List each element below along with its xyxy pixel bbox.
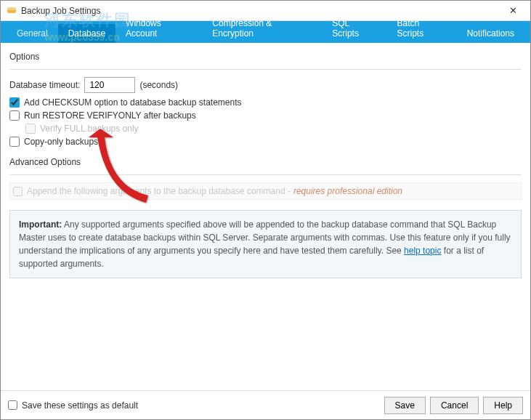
verifyfull-checkbox (25, 124, 36, 134)
tab-sql-scripts[interactable]: SQL Scripts (322, 14, 386, 43)
verifyonly-label: Run RESTORE VERIFYONLY after backups (24, 110, 196, 121)
copyonly-label: Copy-only backups (24, 137, 98, 147)
close-button[interactable]: ✕ (498, 1, 527, 20)
timeout-input[interactable] (84, 77, 135, 93)
help-topic-link[interactable]: help topic (404, 246, 441, 256)
save-button[interactable]: Save (384, 397, 426, 414)
tab-compression-encryption[interactable]: Compression & Encryption (202, 14, 322, 43)
checksum-checkbox[interactable] (9, 97, 20, 108)
app-icon (7, 6, 17, 16)
tab-batch-scripts[interactable]: Batch Scripts (387, 14, 457, 43)
tab-strip: General Database Windows Account Compres… (1, 21, 530, 43)
advanced-group-label: Advanced Options (9, 157, 522, 175)
content-panel: Options Database timeout: (seconds) Add … (1, 43, 530, 284)
save-default-checkbox[interactable] (8, 400, 17, 410)
cancel-button[interactable]: Cancel (430, 397, 479, 414)
svg-rect-1 (7, 7, 16, 10)
footer-bar: Save these settings as default Save Canc… (1, 390, 530, 419)
tab-general[interactable]: General (7, 24, 58, 43)
checksum-label: Add CHECKSUM option to database backup s… (24, 97, 242, 108)
append-args-checkbox (13, 187, 23, 196)
tab-notifications[interactable]: Notifications (457, 24, 524, 43)
tab-windows-account[interactable]: Windows Account (115, 14, 202, 43)
options-group-label: Options (9, 52, 522, 70)
save-default-label: Save these settings as default (22, 400, 138, 411)
requires-edition-label: requires professional edition (293, 186, 402, 196)
verifyonly-checkbox[interactable] (9, 110, 20, 121)
append-args-label: Append the following arguments to the ba… (27, 186, 291, 196)
verifyfull-label: Verify FULL backups only (40, 124, 139, 134)
help-button[interactable]: Help (483, 397, 523, 414)
tab-database[interactable]: Database (58, 24, 115, 43)
info-box: Important: Any supported arguments speci… (9, 210, 522, 278)
timeout-unit: (seconds) (139, 80, 178, 90)
info-important-label: Important: (19, 219, 62, 230)
copyonly-checkbox[interactable] (9, 137, 20, 147)
timeout-label: Database timeout: (9, 80, 80, 90)
close-icon: ✕ (509, 5, 517, 16)
